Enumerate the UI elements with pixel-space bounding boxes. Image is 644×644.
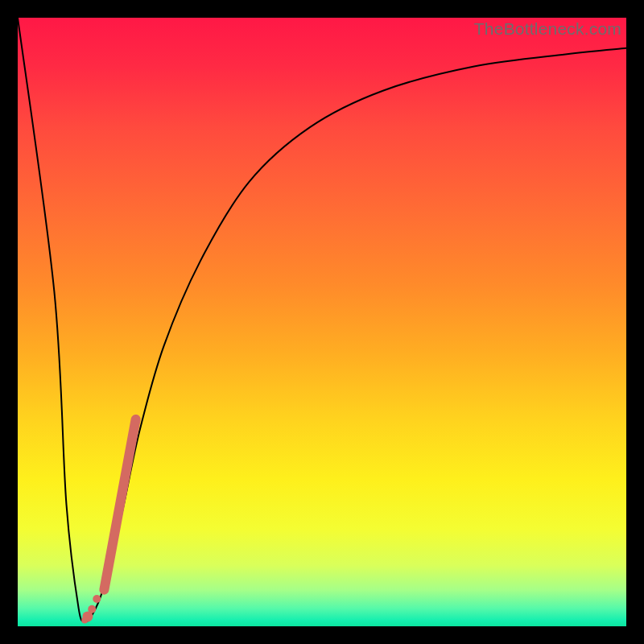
watermark-text: TheBottleneck.com — [474, 19, 621, 39]
bottleneck-curve-path — [18, 18, 626, 621]
dot-d — [81, 617, 88, 623]
curve-layer — [18, 18, 626, 626]
plot-area: TheBottleneck.com — [18, 18, 626, 626]
marker-layer — [81, 419, 136, 623]
dot-a — [93, 595, 101, 603]
highlight-segment — [104, 419, 135, 590]
chart-frame: TheBottleneck.com — [0, 0, 644, 644]
